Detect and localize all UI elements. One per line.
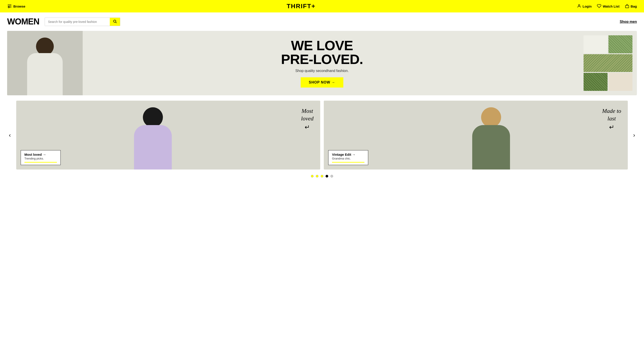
card-label-sub-vintage: Grandma chic.	[332, 157, 364, 160]
hero-subtitle: Shop quality secondhand fashion.	[281, 69, 363, 73]
carousel-card-most-loved: Mostloved ↵ Most loved → Trending picks.	[16, 101, 320, 170]
bag-icon	[625, 4, 629, 9]
search-bar	[45, 18, 120, 26]
collage-piece-4	[584, 73, 608, 91]
svg-point-2	[8, 6, 10, 8]
hero-title-line1: WE LOVE	[281, 39, 363, 52]
card-label-most-loved[interactable]: Most loved → Trending picks.	[21, 150, 61, 165]
carousel-dot-4[interactable]	[326, 175, 328, 178]
browse-label: Browse	[13, 4, 25, 8]
carousel-cards: Mostloved ↵ Most loved → Trending picks.…	[16, 101, 628, 170]
carousel-dot-3[interactable]	[321, 175, 323, 178]
svg-point-4	[578, 4, 580, 6]
shop-men-link[interactable]: Shop men	[620, 20, 637, 24]
login-icon	[577, 4, 581, 9]
card-label-sub-most-loved: Trending picks.	[24, 157, 57, 160]
carousel-dot-5[interactable]	[330, 175, 333, 178]
svg-rect-5	[625, 5, 629, 8]
carousel-dot-2[interactable]	[316, 175, 318, 178]
card-handwriting-vintage: Made tolast ↵	[602, 107, 621, 131]
search-input[interactable]	[45, 18, 110, 26]
collage-piece-1	[584, 35, 608, 53]
svg-point-6	[114, 20, 116, 22]
card-label-title-most-loved: Most loved →	[24, 152, 57, 156]
hero-title: WE LOVE PRE-LOVED.	[281, 39, 363, 66]
search-row: WOMEN Shop men	[0, 12, 644, 31]
hero-collage	[584, 35, 632, 91]
carousel-dot-1[interactable]	[311, 175, 314, 178]
bag-label: Bag	[631, 4, 637, 8]
carousel-next-button[interactable]: ›	[631, 130, 637, 140]
search-button[interactable]	[110, 18, 120, 26]
browse-nav-item[interactable]: Browse	[7, 4, 25, 9]
carousel-section: ‹ Mostloved ↵ Most loved → Trending pick…	[0, 95, 644, 175]
card-person-vintage	[324, 101, 628, 170]
carousel-card-vintage: Made tolast ↵ Vintage Edit → Grandma chi…	[324, 101, 628, 170]
hero-center-content: WE LOVE PRE-LOVED. Shop quality secondha…	[281, 39, 363, 88]
card-handwriting-most-loved: Mostloved ↵	[301, 107, 314, 131]
bag-nav-item[interactable]: Bag	[625, 4, 637, 9]
carousel-dots	[0, 175, 644, 182]
svg-line-7	[116, 22, 116, 23]
section-title: WOMEN	[7, 17, 39, 26]
carousel-prev-button[interactable]: ‹	[7, 130, 13, 140]
search-icon	[113, 19, 117, 24]
collage-piece-5	[608, 73, 632, 91]
collage-piece-2	[608, 35, 632, 53]
shop-now-button[interactable]: SHOP NOW →	[301, 77, 343, 88]
card-person-most-loved	[16, 101, 320, 170]
handwriting-arrow: ↵	[301, 123, 314, 131]
site-logo[interactable]: THRIFT+	[25, 3, 577, 10]
header-right: Login Watch List Bag	[577, 4, 637, 9]
hero-person-image	[7, 31, 83, 95]
card-label-title-vintage: Vintage Edit →	[332, 152, 364, 156]
collage-piece-3	[584, 54, 632, 72]
handwriting-arrow-2: ↵	[602, 123, 621, 131]
heart-icon	[597, 4, 601, 9]
watchlist-nav-item[interactable]: Watch List	[597, 4, 619, 9]
card-label-bar	[24, 162, 57, 162]
site-header: Browse THRIFT+ Login Watch List	[0, 0, 644, 12]
login-nav-item[interactable]: Login	[577, 4, 592, 9]
browse-icon	[7, 4, 12, 9]
person-silhouette	[7, 31, 83, 95]
watchlist-label: Watch List	[603, 4, 619, 8]
login-label: Login	[583, 4, 592, 8]
card-label-vintage[interactable]: Vintage Edit → Grandma chic.	[328, 150, 368, 165]
header-left: Browse	[7, 4, 25, 9]
hero-banner: WE LOVE PRE-LOVED. Shop quality secondha…	[7, 31, 637, 95]
card-label-bar-2	[332, 162, 364, 162]
hero-title-line2: PRE-LOVED.	[281, 52, 363, 66]
